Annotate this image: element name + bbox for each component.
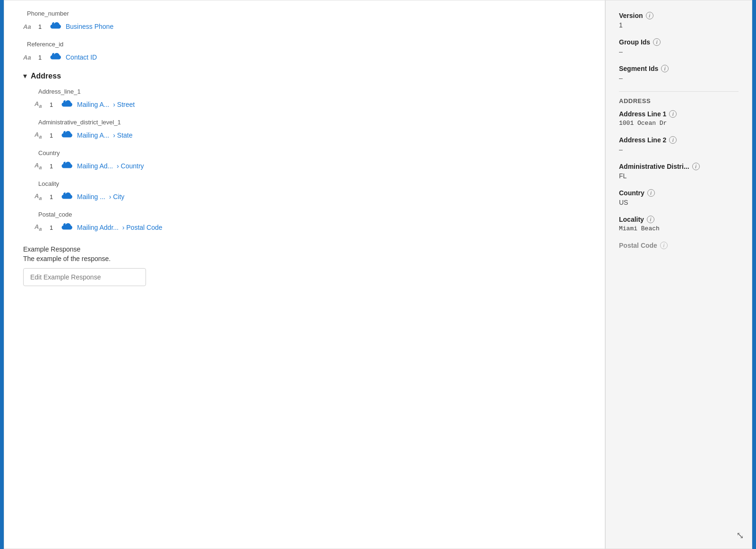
group-ids-value: – — [619, 48, 739, 55]
group-ids-section: Group Ids i – — [619, 38, 739, 55]
rp-country-value: US — [619, 199, 739, 206]
rp-address-line1-section: Address Line 1 i 1001 Ocean Dr — [619, 110, 739, 127]
postal-code-field-label: Postal_code — [34, 211, 586, 218]
example-response-label: Example Response — [23, 245, 586, 253]
rp-address-line2-title: Address Line 2 i — [619, 136, 739, 144]
segment-ids-section: Segment Ids i – — [619, 65, 739, 82]
rp-address-line1-title: Address Line 1 i — [619, 110, 739, 118]
rp-locality-value: Miami Beach — [619, 225, 739, 232]
admin-district-row: Aa 1 Mailing A... › State — [34, 129, 586, 142]
type-icon-admin: Aa — [34, 131, 46, 139]
left-panel: Phone_number Aa 1 Business Phone Referen… — [4, 0, 605, 549]
salesforce-cloud-icon-addr1 — [60, 100, 73, 109]
salesforce-cloud-icon-ref — [49, 52, 62, 62]
rp-address-label: Address — [619, 97, 739, 105]
locality-field-group: Locality Aa 1 Mailing ... › City — [23, 180, 586, 203]
business-phone-link[interactable]: Business Phone — [66, 23, 113, 30]
country-field-row: Aa 1 Mailing Ad... › Country — [34, 159, 586, 173]
type-icon-postal: Aa — [34, 223, 46, 232]
mailing-street-link[interactable]: Mailing A... › Street — [77, 101, 135, 108]
type-icon-addr1: Aa — [34, 100, 46, 109]
type-icon-locality: Aa — [34, 192, 46, 201]
address-chevron[interactable]: ▾ — [23, 71, 27, 80]
rp-postal-code-title: Postal Code i — [619, 242, 739, 249]
admin-district-group: Administrative_district_level_1 Aa 1 Mai… — [23, 119, 586, 142]
rp-country-section: Country i US — [619, 189, 739, 206]
type-icon-phone: Aa — [23, 23, 34, 30]
rp-address-line2-section: Address Line 2 i – — [619, 136, 739, 153]
locality-info-icon[interactable]: i — [647, 216, 654, 223]
rp-postal-code-section: Postal Code i — [619, 242, 739, 249]
address-line1-row: Aa 1 Mailing A... › Street — [34, 98, 586, 111]
main-container: Phone_number Aa 1 Business Phone Referen… — [0, 0, 756, 549]
address-line1-label: Address_line_1 — [34, 88, 586, 95]
reference-id-label: Reference_id — [23, 41, 586, 48]
example-response-text: The example of the response. — [23, 255, 586, 262]
postal-code-info-icon[interactable]: i — [660, 242, 668, 249]
salesforce-cloud-icon-phone — [49, 22, 62, 31]
postal-code-field-group: Postal_code Aa 1 Mailing Addr... › Posta… — [23, 211, 586, 234]
locality-field-label: Locality — [34, 180, 586, 187]
country-field-group: Country Aa 1 Mailing Ad... › Country — [23, 149, 586, 173]
salesforce-cloud-icon-country — [60, 161, 73, 171]
expand-icon[interactable]: ⤡ — [736, 530, 744, 541]
admin-district-info-icon[interactable]: i — [692, 163, 700, 170]
example-response-input[interactable] — [23, 268, 146, 286]
rp-address-line2-value: – — [619, 146, 739, 153]
rp-country-title: Country i — [619, 189, 739, 197]
type-icon-ref: Aa — [23, 54, 34, 61]
phone-number-group: Phone_number Aa 1 Business Phone — [23, 10, 586, 33]
left-border — [0, 0, 4, 549]
group-ids-title: Group Ids i — [619, 38, 739, 46]
rp-admin-district-section: Administrative Distri... i FL — [619, 163, 739, 180]
number-badge-admin: 1 — [50, 132, 56, 139]
address-section-header: ▾ Address — [23, 71, 586, 80]
country-info-icon[interactable]: i — [647, 189, 655, 197]
mailing-state-link[interactable]: Mailing A... › State — [77, 131, 133, 139]
salesforce-cloud-icon-postal — [60, 223, 73, 232]
version-title: Version i — [619, 12, 739, 19]
address-line2-info-icon[interactable]: i — [669, 136, 677, 144]
mailing-city-link[interactable]: Mailing ... › City — [77, 193, 124, 200]
reference-id-group: Reference_id Aa 1 Contact ID — [23, 41, 586, 64]
segment-ids-value: – — [619, 74, 739, 82]
rp-admin-district-title: Administrative Distri... i — [619, 163, 739, 170]
segment-ids-info-icon[interactable]: i — [661, 65, 669, 72]
phone-number-row: Aa 1 Business Phone — [23, 20, 586, 33]
number-badge-postal: 1 — [50, 224, 56, 231]
group-ids-info-icon[interactable]: i — [653, 38, 661, 46]
number-badge-phone: 1 — [38, 23, 45, 30]
right-border — [752, 0, 756, 549]
mailing-postal-link[interactable]: Mailing Addr... › Postal Code — [77, 224, 163, 231]
number-badge-addr1: 1 — [50, 101, 56, 108]
reference-id-row: Aa 1 Contact ID — [23, 51, 586, 64]
contact-id-link[interactable]: Contact ID — [66, 53, 97, 61]
address-line1-group: Address_line_1 Aa 1 Mailing A... › Stree… — [23, 88, 586, 111]
number-badge-country: 1 — [50, 163, 56, 170]
phone-number-label: Phone_number — [23, 10, 586, 17]
rp-divider-1 — [619, 91, 739, 92]
number-badge-ref: 1 — [38, 54, 45, 61]
version-info-icon[interactable]: i — [646, 12, 653, 19]
salesforce-cloud-icon-admin — [60, 131, 73, 140]
rp-admin-district-value: FL — [619, 172, 739, 180]
salesforce-cloud-icon-locality — [60, 192, 73, 201]
example-response-section: Example Response The example of the resp… — [23, 245, 586, 286]
rp-locality-section: Locality i Miami Beach — [619, 216, 739, 232]
right-panel: Version i 1 Group Ids i – Segment Ids i — [605, 0, 752, 549]
admin-district-label: Administrative_district_level_1 — [34, 119, 586, 126]
locality-field-row: Aa 1 Mailing ... › City — [34, 190, 586, 203]
version-value: 1 — [619, 21, 739, 29]
address-line1-info-icon[interactable]: i — [669, 110, 677, 118]
segment-ids-title: Segment Ids i — [619, 65, 739, 72]
type-icon-country: Aa — [34, 162, 46, 170]
mailing-country-link[interactable]: Mailing Ad... › Country — [77, 162, 144, 170]
rp-address-line1-value: 1001 Ocean Dr — [619, 120, 739, 127]
rp-locality-title: Locality i — [619, 216, 739, 223]
address-group: ▾ Address Address_line_1 Aa 1 Ma — [23, 71, 586, 234]
number-badge-locality: 1 — [50, 193, 56, 200]
address-section-title: Address — [31, 72, 61, 80]
version-section: Version i 1 — [619, 12, 739, 29]
country-field-label: Country — [34, 149, 586, 157]
postal-code-field-row: Aa 1 Mailing Addr... › Postal Code — [34, 221, 586, 234]
